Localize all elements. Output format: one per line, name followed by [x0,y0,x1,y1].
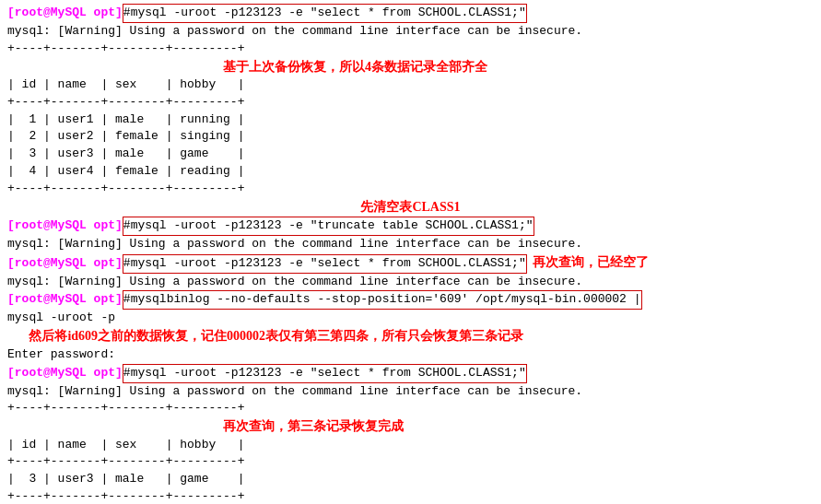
cmd-row-1: [root@MySQL opt]#mysql -uroot -p123123 -… [0,4,821,23]
divider-5: +----+-------+--------+---------+ [0,453,821,471]
prompt-2: [root@MySQL opt] [7,217,123,235]
annotation-1: 基于上次备份恢复，所以4条数据记录全部齐全 [223,58,487,76]
table-row-2: | 2 | user2 | female | singing | [0,128,821,146]
divider-6: +----+-------+--------+---------+ [0,488,821,504]
annotation-3: 再次查询，已经空了 [533,253,649,272]
command-4: #mysqlbinlog --no-defaults --stop-positi… [123,290,642,310]
annotation-2: 先清空表CLASS1 [360,198,460,217]
command-3: #mysql -uroot -p123123 -e "select * from… [123,254,527,274]
prompt-3: [root@MySQL opt] [7,255,123,273]
annotation-row-3: 然后将id609之前的数据恢复，记住000002表仅有第三第四条，所有只会恢复第… [0,327,821,346]
table-row-5: | 3 | user3 | male | game | [0,471,821,488]
table-header-1: | id | name | sex | hobby | [0,76,821,94]
divider-2: +----+-------+--------+---------+ [0,94,821,111]
divider-4: +----+-------+--------+---------+ [0,400,821,417]
command-1: #mysql -uroot -p123123 -e "select * from… [123,4,527,23]
warning-2: mysql: [Warning] Using a password on the… [0,236,821,253]
annotation-5: 再次查询，第三条记录恢复完成 [223,417,404,436]
command-2: #mysql -uroot -p123123 -e "truncate tabl… [123,217,534,236]
table-row-4: | 4 | user4 | female | reading | [0,163,821,181]
annotation-row-4: 再次查询，第三条记录恢复完成 [0,417,821,436]
annotation-row-1: 基于上次备份恢复，所以4条数据记录全部齐全 [0,58,821,76]
cmd-row-3: [root@MySQL opt]#mysql -uroot -p123123 -… [0,253,821,274]
warning-3: mysql: [Warning] Using a password on the… [0,274,821,291]
warning-1: mysql: [Warning] Using a password on the… [0,23,821,41]
annotation-4: 然后将id609之前的数据恢复，记住000002表仅有第三第四条，所有只会恢复第… [29,327,523,346]
cmd-row-2: [root@MySQL opt]#mysql -uroot -p123123 -… [0,217,821,236]
table-row-1: | 1 | user1 | male | running | [0,111,821,129]
table-header-2: | id | name | sex | hobby | [0,437,821,454]
divider-3: +----+-------+--------+---------+ [0,181,821,198]
command-4b: mysql -uroot -p [7,310,115,327]
command-5: #mysql -uroot -p123123 -e "select * from… [123,364,527,383]
cmd-row-5: [root@MySQL opt]#mysql -uroot -p123123 -… [0,364,821,383]
annotation-row-2: 先清空表CLASS1 [0,198,821,217]
terminal: [root@MySQL opt]#mysql -uroot -p123123 -… [0,0,821,504]
divider-1: +----+-------+--------+---------+ [0,41,821,58]
prompt-1: [root@MySQL opt] [7,5,123,22]
prompt-5: [root@MySQL opt] [7,365,123,382]
prompt-4: [root@MySQL opt] [7,291,123,309]
cmd-row-4b: mysql -uroot -p [0,310,821,327]
table-row-3: | 3 | user3 | male | game | [0,146,821,163]
warning-4: mysql: [Warning] Using a password on the… [0,383,821,401]
cmd-row-4: [root@MySQL opt]#mysqlbinlog --no-defaul… [0,290,821,310]
enter-password: Enter password: [0,346,821,364]
